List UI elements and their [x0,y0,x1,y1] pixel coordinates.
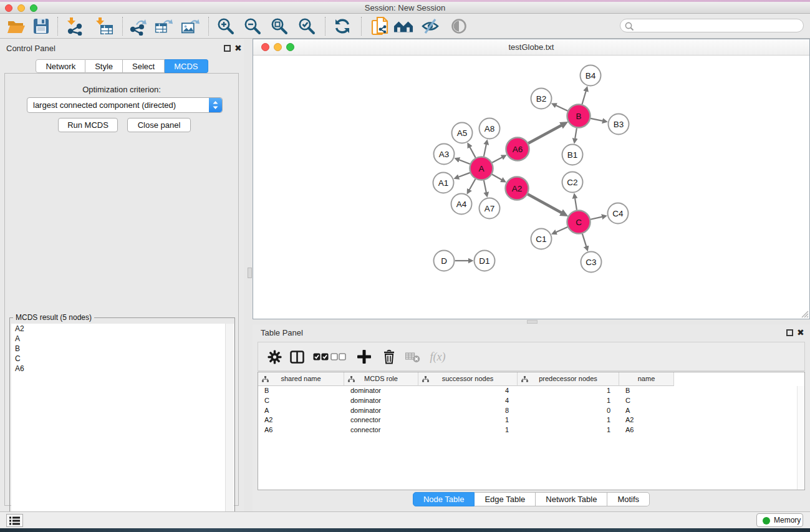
node-A8[interactable]: A8 [480,118,500,139]
export-network-button[interactable] [128,16,148,36]
search-field[interactable] [620,19,804,32]
table-cell[interactable]: 1 [518,415,619,425]
copy-network-button[interactable] [370,16,390,36]
import-table-button[interactable] [94,16,113,36]
window-resize-grip[interactable] [799,309,809,318]
table-scrollbar[interactable] [797,386,804,490]
table-cell[interactable]: A6 [258,425,344,435]
tab-edge-table[interactable]: Edge Table [475,492,536,506]
float-panel-icon[interactable] [786,329,793,336]
table-cell[interactable]: 1 [518,396,619,406]
criterion-select[interactable]: largest connected component (directed) [27,97,223,113]
close-panel-icon[interactable]: ✖ [234,43,242,53]
tab-style[interactable]: Style [85,59,123,73]
export-image-button[interactable] [181,16,201,36]
float-panel-icon[interactable] [224,45,231,52]
home-view-button[interactable] [393,16,413,36]
edge-A-A3[interactable] [459,160,470,164]
edge-A-A1[interactable] [458,173,470,177]
tab-node-table[interactable]: Node Table [413,492,475,506]
node-D1[interactable]: D1 [475,251,495,271]
tab-network[interactable]: Network [36,59,85,73]
zoom-out-button[interactable] [243,16,263,36]
add-column-button[interactable] [355,348,373,365]
search-input[interactable] [635,20,798,31]
node-A2[interactable]: A2 [506,177,529,200]
unselect-all-columns-button[interactable] [329,348,347,365]
node-A3[interactable]: A3 [434,144,455,165]
node-A6[interactable]: A6 [506,138,529,161]
table-cell[interactable]: connector [344,425,418,435]
edge-C-C2[interactable] [575,198,577,210]
table-cell[interactable]: 1 [518,425,619,435]
column-header-MCDS-role[interactable]: MCDS role [344,372,418,386]
table-cell[interactable]: A2 [619,415,674,425]
edge-A-A7[interactable] [484,180,486,192]
node-A1[interactable]: A1 [433,173,454,193]
edge-B-B3[interactable] [591,118,602,121]
zoom-in-button[interactable] [216,16,236,36]
node-B2[interactable]: B2 [531,89,552,109]
memory-button[interactable]: Memory [756,513,803,527]
mcds-result-item[interactable]: A2 [11,324,234,334]
node-A[interactable]: A [470,157,493,180]
column-settings-button[interactable] [266,348,283,365]
refresh-button[interactable] [332,16,352,36]
table-cell[interactable]: 8 [418,406,518,416]
edge-B-B2[interactable] [556,105,568,111]
node-B[interactable]: B [567,105,591,128]
close-panel-icon[interactable]: ✖ [797,327,804,337]
tab-network-table[interactable]: Network Table [536,492,607,506]
table-cell[interactable]: 4 [418,386,518,396]
edge-A2-C[interactable] [528,194,561,213]
node-B4[interactable]: B4 [581,65,601,86]
tab-mcds[interactable]: MCDS [165,59,208,73]
table-cell[interactable]: connector [344,415,418,425]
tab-select[interactable]: Select [123,59,165,73]
node-C1[interactable]: C1 [531,229,552,249]
hide-graphics-details-button[interactable] [420,16,440,36]
table-cell[interactable]: C [619,396,674,406]
edge-C-C3[interactable] [582,234,586,247]
mcds-result-item[interactable]: B [11,344,234,354]
zoom-fit-button[interactable] [269,16,289,36]
node-B3[interactable]: B3 [609,114,629,135]
table-cell[interactable]: dominator [344,406,418,416]
edge-A-A5[interactable] [470,147,475,158]
edge-A-A8[interactable] [484,144,486,156]
table-cell[interactable]: 1 [418,415,518,425]
mcds-result-item[interactable]: A6 [11,364,234,374]
node-D[interactable]: D [434,251,455,271]
table-row[interactable]: Cdominator41C [258,396,804,406]
table-cell[interactable]: B [619,386,674,396]
function-builder-button[interactable]: f(x) [425,348,450,365]
edge-A6-B[interactable] [528,125,561,143]
table-cell[interactable]: dominator [344,386,418,396]
edge-B-B1[interactable] [575,128,577,138]
delete-column-button[interactable] [380,348,398,365]
network-canvas[interactable]: B4B2BB3A8A5A6A3B1AA1C2A2A4A7C4CC1DD1C3 [253,56,809,319]
import-network-button[interactable] [65,16,85,36]
select-stepper[interactable] [209,98,222,112]
select-all-columns-button[interactable] [312,348,329,365]
table-cell[interactable]: 0 [518,406,619,416]
export-table-button[interactable] [154,16,174,36]
table-cell[interactable]: A6 [619,425,674,435]
table-cell[interactable]: C [258,396,344,406]
table-row[interactable]: Bdominator41B [258,386,804,396]
open-session-button[interactable] [6,16,26,36]
vertical-splitter-handle[interactable] [248,268,252,278]
close-panel-button[interactable]: Close panel [127,118,191,132]
zoom-selected-button[interactable] [297,16,317,36]
table-cell[interactable]: A [258,406,344,416]
task-history-button[interactable] [6,514,23,527]
mcds-result-item[interactable]: A [11,334,234,344]
edge-A-A6[interactable] [492,157,502,163]
node-C2[interactable]: C2 [562,172,583,193]
edge-B-B4[interactable] [582,91,586,104]
node-C3[interactable]: C3 [581,252,602,273]
run-mcds-button[interactable]: Run MCDS [58,118,118,132]
table-cell[interactable]: A2 [258,415,344,425]
node-A7[interactable]: A7 [480,198,500,219]
table-cell[interactable]: A [619,406,674,416]
